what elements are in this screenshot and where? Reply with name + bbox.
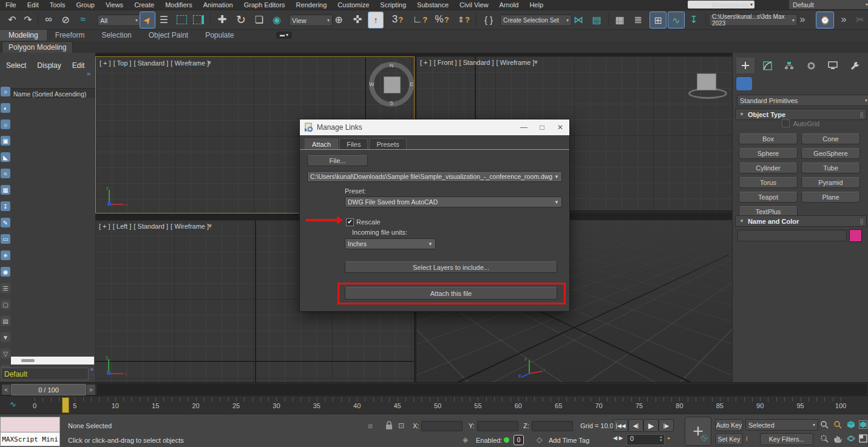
menu-item[interactable]: Animation [198, 1, 239, 8]
viewport-label-part[interactable]: [ Top ] [113, 59, 132, 67]
key-filters-button[interactable]: Key Filters... [760, 433, 813, 445]
key-pose-toggle[interactable]: ≀ [745, 434, 748, 443]
tab-hierarchy[interactable] [780, 58, 798, 73]
angle-snap-toggle[interactable]: ∟? [410, 12, 430, 27]
hidden-toggle-icon[interactable]: ▤ [1, 316, 10, 326]
dialog-tab-presets[interactable]: Presets [369, 138, 406, 150]
frame-nudge-arrows[interactable]: ◀ ▶ [613, 435, 623, 441]
viewport-label-part[interactable]: [ + ] [419, 59, 432, 66]
next-frame-button[interactable]: > [86, 384, 96, 395]
autogrid-checkbox[interactable] [782, 119, 790, 127]
explorer-tree-area[interactable] [11, 98, 95, 353]
auto-key-button[interactable]: Auto Key [715, 419, 743, 431]
absolute-offset-toggle[interactable]: ⊡ [398, 422, 404, 430]
track-bar[interactable]: ∿ 05101520253035404550556065707580859095… [0, 395, 868, 414]
viewport-label-part[interactable]: [ Wireframe ] [495, 59, 535, 66]
select-layers-button[interactable]: Select Layers to include... [345, 261, 557, 273]
viewcube-face[interactable] [384, 76, 401, 93]
display-xrefs-icon[interactable]: ↧ [1, 201, 10, 211]
set-keys-button[interactable]: +⚿ [685, 417, 711, 446]
keyboard-shortcut-override-toggle[interactable]: ↑ [368, 12, 384, 29]
object-name-input[interactable] [737, 230, 847, 241]
toggle-layer-explorer-button[interactable]: ≣ [630, 12, 646, 27]
viewport-label-part[interactable]: [ + ] [99, 59, 112, 67]
viewport-label-part[interactable]: [ Standard ] [133, 223, 169, 230]
explorer-bottom-overflow[interactable]: » [90, 366, 93, 372]
explorer-menu-item[interactable]: Display [37, 61, 61, 70]
menu-item[interactable]: Modifiers [160, 1, 198, 8]
display-groups-icon[interactable]: ▦ [1, 185, 10, 195]
file-path-dropdown[interactable]: C:\Users\kunal\Downloads\Sample file\Sam… [307, 171, 562, 182]
align-button[interactable]: ▤ [589, 12, 605, 27]
use-pivot-point-center-button[interactable]: ⊕ [331, 12, 346, 27]
dialog-tab-files[interactable]: Files [339, 138, 368, 150]
menu-item[interactable]: Views [100, 1, 129, 8]
time-slider-grip[interactable]: 0 / 100 [11, 384, 86, 395]
file-browse-button[interactable]: File... [307, 155, 368, 166]
isolate-selection-toggle[interactable]: ⧈ [368, 422, 373, 430]
display-shapes-icon[interactable]: ◐ [1, 103, 10, 113]
category-systems[interactable] [849, 77, 865, 90]
display-spacewarps-icon[interactable]: ≈ [1, 169, 10, 178]
ribbon-tab[interactable]: Selection [93, 30, 140, 41]
timeline-ruler[interactable]: 0510152025303540455055606570758085909510… [30, 396, 847, 414]
incoming-units-dropdown[interactable]: Inches▼ [345, 238, 436, 249]
preset-dropdown[interactable]: DWG File Saved from AutoCAD▼ [345, 197, 562, 207]
project-folder-dropdown[interactable]: C:\Users\kunal...s\3ds Max 2023▾ [709, 14, 798, 26]
object-type-button-sphere[interactable]: Sphere [739, 148, 798, 159]
next-key-button[interactable]: |▶ [659, 419, 674, 432]
viewport-label-part[interactable]: [ Wireframe ] [170, 223, 209, 230]
ribbon-tab[interactable]: Populate [197, 30, 242, 41]
menu-item[interactable]: Rendering [291, 1, 333, 8]
workspace-dropdown[interactable]: Default▾ [789, 0, 868, 9]
menu-item[interactable]: Customize [332, 1, 375, 8]
maximize-button[interactable]: □ [533, 119, 551, 135]
maxscript-mini-listener[interactable] [0, 417, 60, 433]
bind-to-spacewarp-button[interactable]: ≈ [75, 12, 91, 27]
menu-item[interactable]: Tools [44, 1, 71, 8]
zoom-extents-button[interactable] [845, 419, 857, 430]
object-color-swatch[interactable] [849, 229, 862, 242]
mini-curve-editor-button[interactable]: ∿ [10, 400, 16, 409]
category-shapes[interactable] [755, 77, 771, 90]
frozen-toggle-icon[interactable]: ▢ [1, 300, 10, 309]
zero-weight-button[interactable]: 0 [514, 435, 524, 445]
category-geometry[interactable] [736, 77, 752, 90]
previous-key-button[interactable]: ◀| [628, 419, 643, 432]
current-frame-field[interactable]: 0▲▼ [626, 434, 665, 445]
toggle-scene-explorer-button[interactable]: ▦ [612, 12, 628, 27]
display-lights-icon[interactable]: ☼ [1, 119, 10, 129]
viewport-label-part[interactable]: [ Wireframe ] [170, 59, 209, 67]
selection-filter-dropdown[interactable]: All▾ [97, 15, 141, 26]
time-configuration-button[interactable]: ◔ [665, 434, 670, 443]
object-type-button-geosphere[interactable]: GeoSphere [801, 148, 860, 159]
animation-shield-icon[interactable]: ◈ [463, 435, 468, 444]
object-type-button-plane[interactable]: Plane [801, 192, 860, 203]
percent-snap-toggle[interactable]: %? [432, 12, 452, 27]
tab-utilities[interactable] [846, 58, 864, 73]
compass-south[interactable]: S [390, 100, 393, 106]
dialog-title-bar[interactable]: Manage Links — □ ✕ [300, 119, 569, 135]
menu-item[interactable]: Create [129, 1, 160, 8]
tab-display[interactable] [824, 58, 842, 73]
rescale-checkbox[interactable]: ✔ [346, 218, 354, 226]
minimize-button[interactable]: — [515, 119, 533, 135]
viewport-label-part[interactable]: [ + ] [98, 223, 111, 230]
primitive-category-dropdown[interactable]: Standard Primitives▾ [737, 95, 868, 106]
polygon-modeling-panel-tab[interactable]: Polygon Modeling [2, 41, 73, 53]
default-selection-set-field[interactable]: Default [1, 368, 89, 380]
menu-item[interactable]: File [0, 1, 22, 8]
dialog-tab-attach[interactable]: Attach [305, 138, 338, 150]
unlink-selection-button[interactable]: ⊘ [58, 12, 73, 27]
window-crossing-toggle[interactable] [192, 12, 205, 27]
zoom-button[interactable] [818, 419, 830, 430]
category-spacewarps[interactable] [830, 77, 846, 90]
filter-combination-icon[interactable]: ▼ [1, 332, 10, 342]
display-geometry-icon[interactable]: ○ [1, 87, 10, 96]
viewport-label-part[interactable]: [ Standard ] [459, 59, 495, 66]
select-and-place-button[interactable]: ◉ [270, 12, 284, 27]
menu-item[interactable]: Substance [412, 1, 454, 8]
menu-item[interactable]: Civil View [454, 1, 493, 8]
select-object-button[interactable]: ➤ [140, 12, 155, 29]
orbit-button[interactable] [845, 433, 857, 444]
